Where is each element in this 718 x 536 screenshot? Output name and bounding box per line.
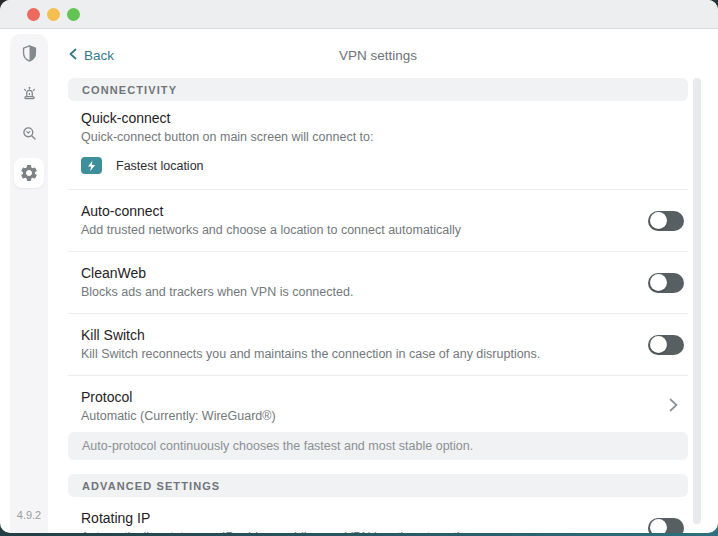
auto-connect-text: Auto-connect Add trusted networks and ch… [81, 203, 648, 238]
quick-connect-title: Quick-connect [81, 110, 684, 127]
sidebar: 4.9.2 [10, 34, 48, 533]
section-header-label: CONNECTIVITY [82, 84, 177, 96]
rotating-ip-text: Rotating IP Automatically rotate your IP… [81, 510, 648, 533]
cleanweb-description: Blocks ads and trackers when VPN is conn… [81, 285, 632, 300]
search-icon [20, 124, 39, 143]
rotating-ip-title: Rotating IP [81, 510, 632, 527]
auto-connect-title: Auto-connect [81, 203, 632, 220]
section-header-label: ADVANCED SETTINGS [82, 480, 220, 492]
kill-switch-toggle[interactable] [648, 335, 684, 355]
cleanweb-title: CleanWeb [81, 265, 632, 282]
app-window: 4.9.2 VPN settings Back CONNECTIVITY Qui… [0, 0, 718, 533]
app-version: 4.9.2 [10, 509, 48, 521]
close-window-button[interactable] [27, 8, 40, 21]
main-content: VPN settings Back CONNECTIVITY Quick-con… [68, 29, 688, 533]
auto-connect-description: Add trusted networks and choose a locati… [81, 223, 632, 238]
row-kill-switch: Kill Switch Kill Switch reconnects you a… [68, 314, 688, 376]
protocol-text: Protocol Automatic (Currently: WireGuard… [81, 389, 669, 424]
vertical-scrollbar[interactable] [693, 78, 701, 524]
kill-switch-description: Kill Switch reconnects you and maintains… [81, 347, 632, 362]
protocol-description: Automatic (Currently: WireGuard®) [81, 409, 653, 424]
lightning-bolt-icon [81, 157, 102, 174]
minimize-window-button[interactable] [47, 8, 60, 21]
shield-icon [20, 44, 39, 63]
kill-switch-title: Kill Switch [81, 327, 632, 344]
toggle-knob [650, 274, 667, 291]
sidebar-item-alerts[interactable] [14, 78, 44, 108]
cleanweb-text: CleanWeb Blocks ads and trackers when VP… [81, 265, 648, 300]
row-auto-connect: Auto-connect Add trusted networks and ch… [68, 190, 688, 252]
row-quick-connect: Quick-connect Quick-connect button on ma… [68, 101, 688, 190]
section-header-connectivity: CONNECTIVITY [68, 78, 688, 101]
row-rotating-ip: Rotating IP Automatically rotate your IP… [68, 497, 688, 533]
sidebar-item-vpn[interactable] [14, 38, 44, 68]
cleanweb-toggle[interactable] [648, 273, 684, 293]
back-label: Back [84, 48, 114, 63]
title-bar [0, 0, 718, 29]
zoom-window-button[interactable] [67, 8, 80, 21]
gear-icon [19, 163, 39, 183]
sidebar-item-search[interactable] [14, 118, 44, 148]
sidebar-item-settings[interactable] [14, 158, 44, 188]
row-protocol[interactable]: Protocol Automatic (Currently: WireGuard… [68, 376, 688, 432]
quick-connect-selection[interactable]: Fastest location [81, 157, 684, 174]
section-header-advanced-settings: ADVANCED SETTINGS [68, 474, 688, 497]
back-button[interactable]: Back [68, 48, 114, 63]
page-title: VPN settings [68, 48, 688, 63]
alert-siren-icon [20, 84, 39, 103]
chevron-left-icon [68, 48, 78, 63]
protocol-title: Protocol [81, 389, 653, 406]
chevron-right-icon [669, 398, 678, 416]
rotating-ip-description: Automatically rotate your IP address whi… [81, 530, 632, 533]
rotating-ip-toggle[interactable] [648, 518, 684, 534]
protocol-note: Auto-protocol continuously chooses the f… [68, 432, 688, 460]
nav-row: VPN settings Back [68, 47, 688, 64]
kill-switch-text: Kill Switch Kill Switch reconnects you a… [81, 327, 648, 362]
toggle-knob [650, 212, 667, 229]
row-cleanweb: CleanWeb Blocks ads and trackers when VP… [68, 252, 688, 314]
quick-connect-description: Quick-connect button on main screen will… [81, 130, 684, 145]
auto-connect-toggle[interactable] [648, 211, 684, 231]
protocol-note-text: Auto-protocol continuously chooses the f… [82, 439, 473, 453]
quick-connect-selection-label: Fastest location [116, 159, 204, 173]
toggle-knob [650, 519, 667, 533]
toggle-knob [650, 336, 667, 353]
